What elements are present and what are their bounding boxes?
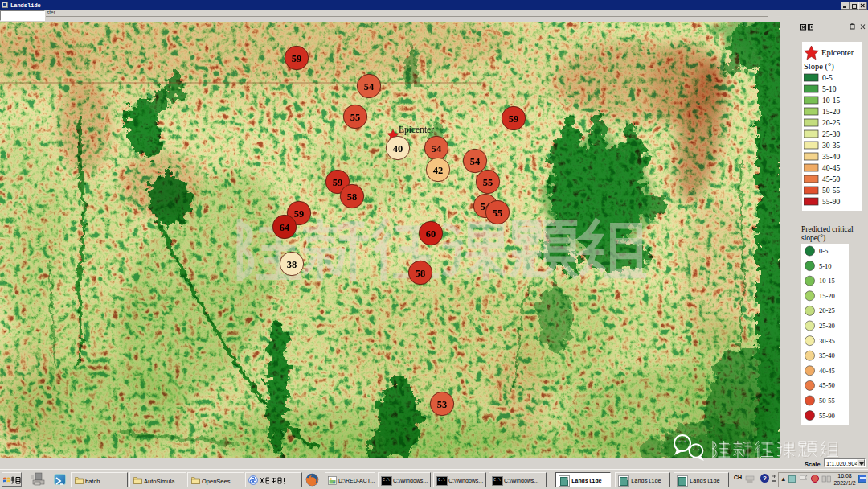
svg-text:30-35: 30-35 [819,337,835,345]
svg-text:38: 38 [287,259,297,270]
svg-text:25-30: 25-30 [819,322,835,330]
svg-text:59: 59 [292,53,302,64]
svg-text:40: 40 [393,143,403,154]
svg-text:59: 59 [294,208,305,220]
svg-text:50-55: 50-55 [822,187,840,195]
svg-text:5-10: 5-10 [819,262,832,270]
svg-text:25-30: 25-30 [822,130,840,138]
svg-text:40-45: 40-45 [819,367,835,375]
svg-text:10-15: 10-15 [822,97,840,105]
svg-text:59: 59 [509,113,519,125]
svg-text:54: 54 [364,81,375,92]
svg-text:45-50: 45-50 [819,381,835,389]
svg-text:64: 64 [280,222,290,233]
svg-text:42: 42 [433,165,444,176]
svg-text:50-55: 50-55 [819,397,835,405]
svg-text:55: 55 [350,112,361,123]
svg-text:45-50: 45-50 [822,175,840,183]
svg-text:54: 54 [470,156,481,167]
svg-text:35-40: 35-40 [822,153,840,161]
svg-text:35-40: 35-40 [819,351,835,360]
svg-text:53: 53 [437,399,448,410]
svg-text:20-25: 20-25 [822,119,840,127]
svg-text:55-90: 55-90 [822,198,840,206]
svg-text:15-20: 15-20 [822,108,840,116]
svg-text:5-10: 5-10 [822,85,837,93]
svg-text:54: 54 [432,143,442,154]
svg-text:55: 55 [493,208,503,219]
svg-text:10-15: 10-15 [819,277,835,285]
svg-text:58: 58 [416,268,426,279]
svg-text:55: 55 [483,177,493,188]
svg-text:Slope (°): Slope (°) [804,62,834,72]
svg-text:60: 60 [426,228,436,240]
svg-text:0-5: 0-5 [819,247,828,255]
svg-text:15-20: 15-20 [819,292,835,300]
svg-text:0-5: 0-5 [822,74,833,82]
svg-text:40-45: 40-45 [822,164,840,172]
svg-text:59: 59 [333,177,343,188]
svg-text:20-25: 20-25 [819,306,835,314]
svg-text:Epicenter: Epicenter [821,48,854,57]
svg-text:58: 58 [347,191,358,203]
svg-text:30-35: 30-35 [822,142,840,150]
svg-text:Epicenter: Epicenter [399,125,434,135]
svg-text:55-90: 55-90 [819,412,835,420]
